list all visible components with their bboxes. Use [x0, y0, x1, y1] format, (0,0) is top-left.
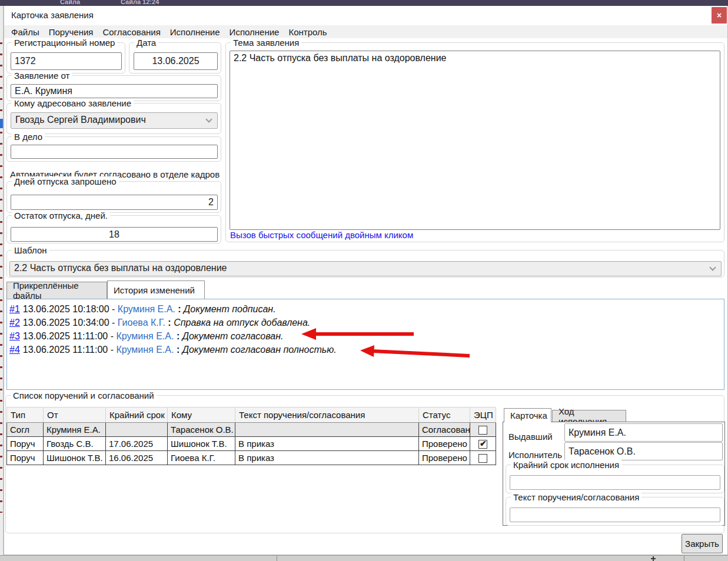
taskbar-divider [277, 556, 277, 561]
orders-table[interactable]: Тип От Крайний срок Кому Текст поручения… [6, 407, 496, 465]
background-selection-mark [0, 119, 3, 128]
group-subject: Тема заявления 2.2 Часть отпуска без вып… [225, 42, 724, 242]
subject-textarea[interactable]: 2.2 Часть отпуска без выплаты на оздоров… [230, 51, 720, 230]
col-ecp: ЭЦП [470, 408, 496, 423]
background-list-marks [0, 42, 2, 513]
tab-attached-files[interactable]: Прикреплённые файлы [6, 282, 107, 299]
taskbar-divider [684, 556, 684, 561]
tab-change-history[interactable]: История изменений [107, 280, 205, 299]
group-order-text: Текст поручения/согласования [506, 497, 724, 526]
addressee-value: Гвоздь Сергей Владимирович [15, 115, 146, 125]
history-item: #213.06.2025 10:34:00 - Гиоева К.Г. : Сп… [9, 316, 724, 329]
tab-card[interactable]: Карточка [504, 408, 551, 422]
reg-number-field[interactable]: 1372 [11, 52, 122, 70]
group-template: Шаблон 2.2 Часть отпуска без выплаты на … [6, 250, 724, 278]
date-field[interactable]: 13.06.2025 [134, 52, 218, 70]
group-case: В дело [6, 136, 221, 162]
background-tab-label: Сайла [60, 0, 80, 5]
history-link[interactable]: #2 [9, 318, 20, 328]
issuer-field[interactable]: Круминя Е.А. [564, 423, 723, 442]
orders-header-row: Тип От Крайний срок Кому Текст поручения… [7, 408, 496, 423]
ecp-checkbox[interactable] [478, 440, 487, 449]
template-combobox[interactable]: 2.2 Часть отпуска без выплаты на оздоров… [9, 261, 722, 276]
group-reg-number: Регистрационный номер 1372 [6, 42, 125, 74]
history-link[interactable]: #3 [9, 331, 20, 341]
window-close-button[interactable]: × [712, 7, 727, 24]
close-dialog-button[interactable]: Закрыть [682, 534, 723, 553]
subject-label: Тема заявления [231, 38, 301, 48]
col-from: От [44, 408, 106, 423]
order-text-label: Текст поручения/согласования [511, 492, 641, 502]
history-item: #113.06.2025 10:18:00 - Круминя Е.А. : Д… [9, 302, 724, 316]
background-tab-label: Сайла 12:24 [121, 0, 159, 5]
close-icon: × [717, 11, 722, 20]
template-label: Шаблон [12, 245, 49, 255]
quick-messages-link[interactable]: Вызов быстрых сообщений двойным кликом [230, 230, 413, 240]
menu-item-approvals[interactable]: Согласования [102, 27, 160, 37]
col-type: Тип [7, 408, 44, 423]
ecp-checkbox[interactable] [478, 454, 487, 463]
tab-execution-progress[interactable]: Ход исполнения [552, 410, 626, 422]
col-status: Статус [419, 408, 470, 423]
issuer-label: Выдавший [508, 432, 553, 442]
ecp-checkbox[interactable] [478, 426, 487, 435]
table-row[interactable]: ПоручГвоздь С.В. 17.06.2025Шишонок Т.В. … [7, 437, 496, 451]
applicant-field[interactable]: Е.А. Круминя [11, 84, 218, 98]
executor-field[interactable]: Тарасенок О.В. [564, 442, 723, 460]
date-label: Дата [134, 38, 158, 48]
group-date: Дата 13.06.2025 [129, 42, 221, 74]
chevron-down-icon [205, 116, 212, 122]
execution-deadline-label: Крайний срок исполнения [511, 460, 621, 470]
executor-label: Исполнитель [508, 450, 562, 460]
group-days-requested: Дней отпуска запрошено 2 [6, 181, 221, 213]
addressee-label: Кому адресовано заявление [12, 98, 134, 108]
menu-item-orders[interactable]: Поручения [49, 27, 94, 37]
history-item: #313.06.2025 11:11:00 - Круминя Е.А. : Д… [9, 329, 724, 343]
history-item: #413.06.2025 11:11:00 - Круминя Е.А. : Д… [9, 343, 724, 356]
group-execution-deadline: Крайний срок исполнения [506, 465, 724, 493]
group-applicant: Заявление от Е.А. Круминя [6, 75, 221, 101]
group-days-left: Остаток отпуска, дней. 18 [6, 215, 221, 243]
background-window-strip: Сайла Сайла 12:24 [0, 0, 728, 6]
execution-deadline-field[interactable] [510, 475, 720, 490]
menu-item-files[interactable]: Файлы [11, 27, 39, 37]
days-requested-field[interactable]: 2 [11, 195, 218, 210]
applicant-label: Заявление от [12, 71, 72, 81]
menu-item-execution-2[interactable]: Исполнение [230, 27, 280, 37]
case-field[interactable] [11, 145, 218, 159]
taskbar-strip [0, 555, 728, 561]
order-text-field[interactable] [510, 507, 720, 522]
application-card-dialog: Карточка заявления × Файлы Поручения Сог… [4, 6, 728, 555]
days-requested-label: Дней отпуска запрошено [12, 176, 119, 186]
days-left-label: Остаток отпуска, дней. [12, 211, 110, 221]
days-left-field[interactable]: 18 [11, 227, 218, 242]
table-row[interactable]: СоглКруминя Е.А. Тарасенок О.В. Согласов… [7, 423, 496, 437]
taskbar-icon [651, 556, 656, 561]
screen: Сайла Сайла 12:24 Карточка заявления × Ф… [0, 0, 728, 561]
chevron-down-icon [709, 264, 716, 271]
history-link[interactable]: #1 [9, 304, 20, 314]
history-listbox[interactable]: #113.06.2025 10:18:00 - Круминя Е.А. : Д… [6, 299, 724, 390]
menu-bar: Файлы Поручения Согласования Исполнение … [4, 25, 727, 38]
col-text: Текст поручения/согласования [235, 408, 419, 423]
case-label: В дело [12, 132, 45, 142]
window-title: Карточка заявления [11, 10, 94, 20]
history-link[interactable]: #4 [9, 345, 20, 355]
table-row[interactable]: ПоручШишонок Т.В. 16.06.2025Гиоева К.Г. … [7, 451, 496, 465]
col-to: Кому [168, 408, 235, 423]
reg-number-label: Регистрационный номер [12, 38, 117, 48]
col-deadline: Крайний срок [106, 408, 168, 423]
template-value: 2.2 Часть отпуска без выплаты на оздоров… [14, 263, 227, 273]
orders-group-label: Список поручений и согласований [11, 390, 157, 400]
menu-item-execution-1[interactable]: Исполнение [170, 27, 220, 37]
addressee-combobox[interactable]: Гвоздь Сергей Владимирович [11, 112, 218, 129]
menu-item-control[interactable]: Контроль [288, 27, 327, 37]
group-addressee: Кому адресовано заявление Гвоздь Сергей … [6, 103, 221, 134]
